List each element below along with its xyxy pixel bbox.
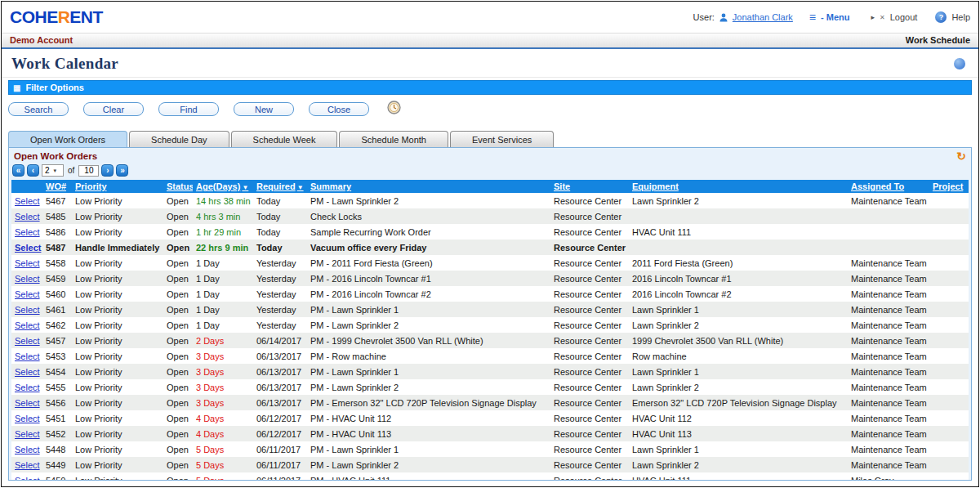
filter-options-bar[interactable]: ▦ Filter Options (8, 80, 972, 95)
col-header-age-label: Age(Days) (196, 181, 240, 191)
clear-button[interactable]: Clear (83, 102, 144, 116)
select-link[interactable]: Select (15, 367, 40, 377)
help-link[interactable]: Help (951, 12, 970, 22)
next-page-button[interactable]: › (101, 164, 114, 177)
col-header-priority[interactable]: Priority (72, 180, 163, 193)
select-link[interactable]: Select (15, 429, 40, 439)
cell-summary: PM - 2016 Lincoln Towncar #2 (307, 286, 550, 302)
select-link[interactable]: Select (15, 398, 40, 408)
help-icon[interactable]: ? (935, 11, 947, 23)
filter-options-label: Filter Options (25, 83, 84, 92)
tab-schedule-month[interactable]: Schedule Month (339, 131, 448, 147)
col-header-age[interactable]: Age(Days)▼ (193, 180, 253, 193)
page-number-select[interactable]: 2▾ (42, 164, 64, 177)
first-page-button[interactable]: « (12, 164, 24, 177)
tab-bar: Open Work Orders Schedule Day Schedule W… (8, 131, 972, 147)
col-header-summary[interactable]: Summary (307, 180, 550, 193)
work-orders-table: WO# Priority Status Age(Days)▼ Required▼… (11, 180, 969, 480)
select-link[interactable]: Select (15, 383, 40, 392)
menu-link[interactable]: - Menu (821, 12, 849, 22)
cell-age: 1 Day (193, 302, 253, 317)
cell-assigned-to: Maintenance Team (848, 364, 929, 379)
cell-age: 5 Days (193, 457, 253, 472)
cell-site: Resource Center (550, 379, 629, 395)
close-button[interactable]: Close (309, 102, 369, 116)
page-help-orb-icon[interactable] (954, 58, 965, 69)
select-link[interactable]: Select (15, 196, 40, 206)
search-button[interactable]: Search (8, 102, 69, 116)
cell-assigned-to (848, 224, 929, 240)
select-link[interactable]: Select (15, 289, 40, 299)
work-order-row: Select 5467 Low Priority Open 14 hrs 38 … (11, 193, 969, 208)
select-link[interactable]: Select (15, 476, 40, 481)
cell-priority: Low Priority (72, 379, 163, 395)
cell-project (929, 441, 969, 457)
tab-open-work-orders[interactable]: Open Work Orders (8, 131, 127, 147)
col-header-equipment[interactable]: Equipment (629, 180, 848, 193)
user-name-link[interactable]: Jonathan Clark (733, 12, 793, 22)
col-header-site[interactable]: Site (550, 180, 629, 193)
cell-project (929, 255, 969, 271)
top-header: COHERENT User: Jonathan Clark ≡ - Menu ▸… (2, 2, 978, 33)
select-link[interactable]: Select (15, 460, 40, 470)
work-order-row: Select 5462 Low Priority Open 1 Day Yest… (11, 317, 969, 333)
cell-priority: Low Priority (72, 348, 163, 364)
cell-age: 4 Days (193, 410, 253, 426)
tab-schedule-day[interactable]: Schedule Day (129, 131, 229, 147)
logout-link[interactable]: Logout (890, 12, 918, 22)
cell-summary: PM - Row machine (307, 348, 550, 364)
col-header-project[interactable]: Project (929, 180, 969, 193)
section-label: Work Schedule (906, 35, 970, 47)
tab-event-services[interactable]: Event Services (450, 131, 554, 147)
toolbar: Search Clear Find New Close (2, 95, 978, 124)
caret-right-icon[interactable]: ▸ (871, 13, 875, 21)
cell-summary: PM - HVAC Unit 111 (307, 472, 550, 480)
hamburger-menu-icon[interactable]: ≡ (809, 11, 816, 24)
tab-schedule-week[interactable]: Schedule Week (231, 131, 338, 147)
logo-text: COHE (10, 7, 58, 26)
cell-site: Resource Center (550, 240, 629, 255)
select-link[interactable]: Select (15, 274, 40, 284)
cell-site: Resource Center (550, 457, 629, 472)
select-link[interactable]: Select (15, 320, 40, 330)
cell-required: Today (253, 240, 307, 255)
cell-project (929, 224, 969, 240)
cell-select: Select (11, 255, 42, 271)
cell-project (929, 379, 969, 395)
cell-status: Open (163, 457, 193, 472)
refresh-icon[interactable]: ↻ (956, 150, 966, 163)
cell-select: Select (11, 457, 42, 472)
col-header-wo[interactable]: WO# (42, 180, 72, 193)
current-page-value: 2 (45, 166, 50, 175)
select-link[interactable]: Select (15, 212, 40, 222)
cell-equipment: HVAC Unit 111 (629, 472, 848, 480)
select-link[interactable]: Select (15, 445, 40, 454)
select-link[interactable]: Select (15, 305, 40, 315)
cell-site: Resource Center (550, 410, 629, 426)
cell-equipment: Lawn Sprinkler 2 (629, 193, 848, 208)
col-header-status[interactable]: Status (163, 180, 193, 193)
cell-project (929, 271, 969, 286)
sort-desc-icon: ▼ (242, 184, 248, 191)
select-link[interactable]: Select (15, 243, 41, 253)
cell-site: Resource Center (550, 472, 629, 480)
history-clock-icon[interactable] (387, 101, 401, 118)
col-header-required[interactable]: Required▼ (253, 180, 307, 193)
select-link[interactable]: Select (15, 227, 40, 237)
cell-summary: PM - Lawn Sprinkler 2 (307, 193, 550, 208)
last-page-button[interactable]: » (116, 164, 128, 177)
new-button[interactable]: New (234, 102, 294, 116)
find-button[interactable]: Find (158, 102, 219, 116)
cell-required: Yesterday (253, 255, 307, 271)
select-link[interactable]: Select (15, 336, 40, 346)
cell-priority: Low Priority (72, 255, 163, 271)
col-header-assigned-to[interactable]: Assigned To (848, 180, 929, 193)
cell-required: Yesterday (253, 302, 307, 317)
select-link[interactable]: Select (15, 414, 40, 423)
select-link[interactable]: Select (15, 351, 40, 361)
previous-page-button[interactable]: ‹ (27, 164, 39, 177)
select-link[interactable]: Select (15, 258, 40, 268)
cell-priority: Handle Immediately (72, 240, 163, 255)
cell-required: 06/11/2017 (253, 441, 307, 457)
close-icon[interactable]: ✕ (880, 14, 885, 21)
